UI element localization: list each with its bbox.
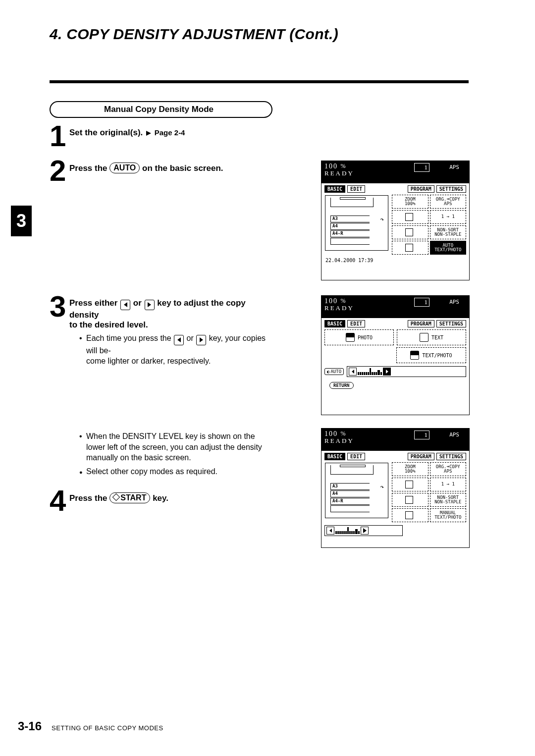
lcd-screen-2: 100 % READY 1 APS BASIC EDIT PROGRAM SET…	[321, 295, 470, 415]
step-1-text: Set the original(s).	[69, 128, 143, 137]
lcd3-sort-btn[interactable]: NON-SORT NON-STAPLE	[430, 493, 467, 507]
lcd2-auto-chip[interactable]: ◐ AUTO	[324, 368, 344, 375]
start-key-icon: START	[109, 492, 150, 503]
lcd1-top-band: 100 % READY 1 APS	[321, 161, 469, 183]
lcd2-return-btn[interactable]: RETURN	[329, 382, 354, 389]
step-1-body: Set the original(s). Page 2-4	[69, 128, 185, 138]
divider	[50, 80, 469, 83]
lcd2-photo-btn[interactable]: PHOTO	[324, 329, 394, 345]
lcd1-zoom-btn[interactable]: ZOOM 100%	[392, 195, 428, 209]
s4-pre: Press the	[69, 493, 109, 503]
lcd1-tab-edit[interactable]: EDIT	[347, 185, 365, 193]
lcd3-tab-edit[interactable]: EDIT	[347, 453, 365, 460]
lcd2-mode-row1: PHOTO TEXT	[321, 328, 469, 346]
lcd3-tray-diagram: A3 A4 A4-R ↷	[325, 463, 388, 518]
lcd2-tab-settings[interactable]: SETTINGS	[436, 320, 466, 327]
lcd2-qty: 1	[414, 298, 429, 307]
solid-bullet-icon	[79, 466, 86, 477]
step-1-num: 1	[50, 123, 66, 150]
density-left-key-icon-2	[174, 335, 184, 345]
lcd1-finish-btn[interactable]	[392, 225, 428, 239]
lcd3-density-btn[interactable]: MANUAL TEXT/PHOTO	[430, 508, 467, 522]
lcd2-aps: APS	[449, 299, 459, 305]
lcd1-qty: 1	[414, 163, 429, 172]
lcd2-tabs: BASIC EDIT PROGRAM SETTINGS	[321, 318, 469, 328]
lcd1-aps: APS	[449, 164, 459, 170]
lcd1-tab-basic[interactable]: BASIC	[324, 185, 345, 193]
lcd3-duplex-btn[interactable]	[392, 478, 428, 491]
lcd3-tray-a4r[interactable]: A4-R	[330, 498, 370, 505]
lcd3-density-lighter-btn[interactable]	[326, 527, 334, 535]
duplex-icon-3	[405, 481, 413, 488]
lcd3-ready: READY	[324, 437, 466, 445]
step-3-body: Press either or key to adjust the copy d…	[69, 298, 277, 330]
lcd1-sort-btn[interactable]: NON-SORT NON-STAPLE	[430, 225, 467, 239]
density-left-key-icon	[120, 300, 130, 310]
step-4-num: 4	[50, 487, 66, 514]
lcd2-density-bar	[347, 366, 466, 377]
lcd2-tab-program[interactable]: PROGRAM	[408, 320, 434, 327]
density-ticks	[358, 368, 382, 375]
lcd1-tab-settings[interactable]: SETTINGS	[436, 185, 466, 193]
lcd3-density-darker-btn[interactable]	[361, 527, 369, 535]
photo-icon	[346, 333, 355, 342]
step-3-line1-mid: or	[133, 298, 144, 308]
lcd3-density-row	[321, 525, 469, 539]
lcd1-duplex-btn[interactable]	[392, 210, 428, 224]
step-1: 1 Set the original(s). Page 2-4	[50, 128, 185, 138]
lcd2-tab-edit[interactable]: EDIT	[347, 320, 365, 327]
density-lighter-btn[interactable]	[349, 368, 357, 376]
lcd3-tab-program[interactable]: PROGRAM	[408, 453, 434, 460]
lcd3-tray-a3[interactable]: A3	[330, 483, 370, 490]
lcd2-tab-basic[interactable]: BASIC	[324, 320, 345, 327]
lcd3-tray-area: A3 A4 A4-R ↷	[324, 462, 389, 522]
paper-out-icon: ↷	[380, 216, 384, 223]
step-3: 3 Press either or key to adjust the copy…	[50, 298, 277, 330]
chapter-tab: 3	[11, 206, 32, 236]
lcd1-tray-a3[interactable]: A3	[330, 216, 370, 222]
lcd3-tray-a4[interactable]: A4	[330, 490, 370, 497]
s4-post: key.	[153, 493, 168, 503]
lcd3-tabs: BASIC EDIT PROGRAM SETTINGS	[321, 451, 469, 461]
start-diamond-icon	[112, 493, 120, 501]
lcd1-tray-a4r[interactable]: A4-R	[330, 230, 370, 237]
s4-key: START	[120, 493, 146, 502]
b1a: Each time you press the	[86, 334, 173, 342]
lcd3-dens-icon-btn[interactable]	[392, 508, 428, 522]
lcd2-textphoto-btn[interactable]: TEXT/PHOTO	[396, 347, 466, 363]
lcd3-org-btn[interactable]: ORG.➜COPY APS	[430, 462, 467, 476]
lcd1-timestamp: 22.04.2000 17:39	[321, 258, 469, 265]
lcd1-tray-diagram: A3 A4 A4-R ↷	[325, 195, 388, 251]
lcd2-text-btn[interactable]: TEXT	[397, 329, 466, 345]
lcd1-tray-area: A3 A4 A4-R ↷	[324, 195, 389, 255]
lcd3-tab-basic[interactable]: BASIC	[324, 453, 345, 460]
page-ref-arrow-icon	[146, 131, 151, 136]
lcd2-top-band: 100 % READY 1 APS	[321, 296, 469, 318]
lcd3-dup-mode[interactable]: 1 → 1	[430, 478, 467, 491]
lcd1-tab-program[interactable]: PROGRAM	[408, 185, 434, 193]
auto-key-icon: AUTO	[109, 162, 140, 173]
density-right-key-icon	[145, 300, 155, 310]
lcd3-right-col: ZOOM 100% ORG.➜COPY APS 1 → 1 NON-SORT N…	[392, 462, 466, 522]
lcd3-finish-btn[interactable]	[392, 493, 428, 507]
lcd3-zoom-btn[interactable]: ZOOM 100%	[392, 462, 428, 476]
section-pill: Manual Copy Density Mode	[50, 101, 272, 118]
lcd1-tray-a4[interactable]: A4	[330, 223, 370, 230]
footer-section: SETTING OF BASIC COPY MODES	[52, 724, 163, 732]
lcd1-right-col: ZOOM 100% ORG.➜COPY APS 1 → 1 NON-SORT N…	[392, 195, 466, 255]
lcd2-zoom: 100	[324, 297, 338, 305]
density-darker-btn[interactable]	[383, 368, 391, 376]
auto-dial-icon: ◐	[327, 369, 329, 374]
lcd2-pct: %	[341, 297, 347, 304]
lcd-screen-3: 100 % READY 1 APS BASIC EDIT PROGRAM SET…	[321, 428, 470, 548]
step-3-line2: to the desired level.	[69, 320, 277, 330]
lcd1-dens-icon-btn[interactable]	[392, 241, 428, 255]
lcd1-dup-mode[interactable]: 1 → 1	[430, 210, 467, 224]
page: 4. COPY DENSITY ADJUSTMENT (Cont.) Manua…	[0, 0, 535, 756]
b2: When the DENSITY LEVEL key is shown on t…	[86, 431, 268, 463]
lcd1-density-btn[interactable]: AUTO TEXT/PHOTO	[430, 241, 467, 255]
lcd1-org-btn[interactable]: ORG.➜COPY APS	[430, 195, 467, 209]
lcd2-ready: READY	[324, 304, 466, 312]
lcd3-tab-settings[interactable]: SETTINGS	[436, 453, 466, 460]
finish-icon	[405, 228, 413, 236]
